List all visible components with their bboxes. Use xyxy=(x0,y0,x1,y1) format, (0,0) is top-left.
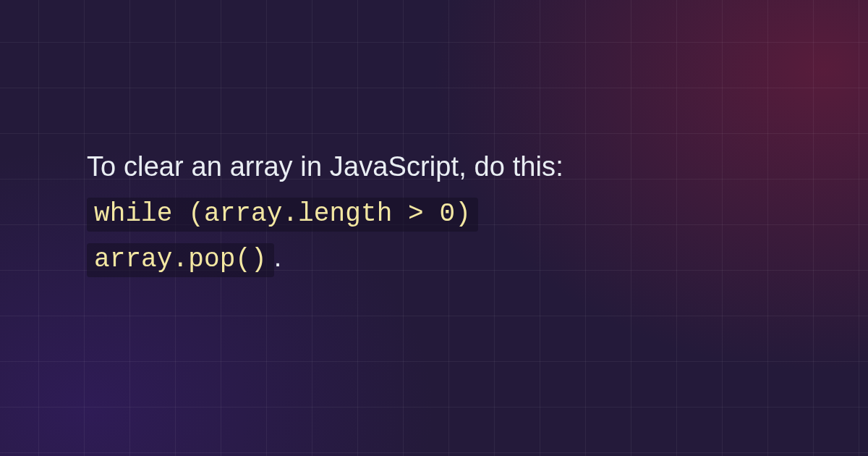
code-line-1: while (array.length > 0) xyxy=(87,198,478,232)
intro-text: To clear an array in JavaScript, do this… xyxy=(87,151,563,182)
code-line-2: array.pop() xyxy=(87,243,274,277)
snippet-card: To clear an array in JavaScript, do this… xyxy=(87,145,781,281)
trailing-period: . xyxy=(274,242,282,272)
